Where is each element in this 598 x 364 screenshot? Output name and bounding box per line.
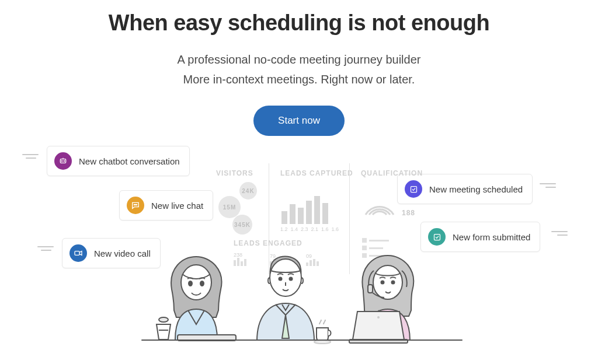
svg-point-11	[200, 281, 204, 286]
card-chatbot: New chatbot conversation	[47, 146, 190, 176]
hero-subtitle: A professional no-code meeting journey b…	[0, 50, 598, 89]
svg-point-4	[135, 204, 135, 205]
start-now-button[interactable]: Start now	[253, 106, 345, 136]
decorative-dashes	[551, 231, 568, 236]
hero-subtitle-line1: A professional no-code meeting journey b…	[0, 50, 598, 69]
svg-point-19	[381, 281, 384, 284]
livechat-icon	[127, 197, 144, 214]
svg-point-1	[61, 160, 62, 161]
svg-point-2	[64, 160, 64, 161]
qualification-value: 188	[402, 209, 415, 217]
visitors-label: VISITORS	[216, 169, 253, 177]
svg-point-12	[159, 317, 168, 322]
card-video: New video call	[62, 238, 161, 268]
card-form-label: New form submitted	[453, 232, 530, 242]
svg-rect-21	[368, 285, 373, 293]
visitors-bubble-a: 24K	[239, 182, 257, 200]
hero-subtitle-line2: More in-context meetings. Right now or l…	[0, 69, 598, 89]
svg-point-18	[373, 265, 402, 299]
video-icon	[69, 244, 87, 262]
svg-point-5	[136, 204, 137, 205]
svg-rect-6	[75, 251, 79, 256]
card-meeting-label: New meeting scheduled	[429, 184, 523, 194]
people-illustration	[153, 237, 445, 359]
svg-point-16	[290, 278, 293, 281]
decorative-dashes	[37, 246, 54, 251]
hero-headline: When easy scheduling is not enough	[0, 10, 598, 36]
qualification-label: QUALIFICATION	[361, 169, 423, 177]
card-chatbot-label: New chatbot conversation	[79, 156, 180, 166]
svg-point-23	[377, 316, 380, 318]
card-livechat-label: New live chat	[151, 201, 203, 211]
svg-point-15	[279, 278, 282, 281]
card-video-label: New video call	[94, 249, 151, 258]
svg-point-10	[189, 281, 192, 286]
svg-point-20	[392, 281, 395, 284]
decorative-dashes	[22, 154, 39, 159]
visitors-bubble-b: 15M	[218, 196, 241, 218]
visitors-bubble-c: 345K	[232, 215, 252, 235]
card-livechat: New live chat	[119, 190, 213, 220]
leads-captured-label: LEADS CAPTURED	[280, 169, 353, 177]
svg-point-3	[134, 204, 134, 205]
chatbot-icon	[54, 152, 72, 170]
decorative-dashes	[540, 183, 556, 188]
